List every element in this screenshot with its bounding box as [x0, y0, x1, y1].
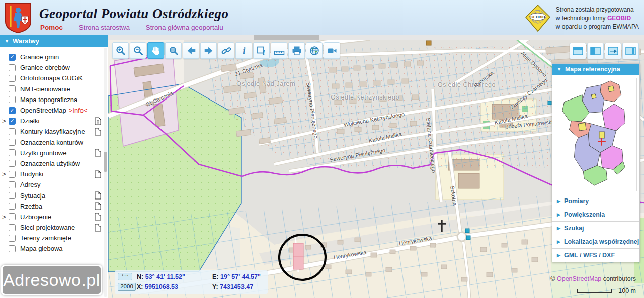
- layer-checkbox[interactable]: [9, 224, 16, 231]
- layer-checkbox[interactable]: ✓: [9, 118, 16, 125]
- scale-button[interactable]: 2000: [118, 283, 136, 291]
- layer-checkbox[interactable]: ✓: [9, 54, 16, 61]
- layer-row-oznaczenia-uzytkow: > Oznaczenia użytków: [0, 158, 108, 169]
- layer-label[interactable]: Działki: [20, 117, 39, 125]
- measure-button[interactable]: [271, 42, 287, 59]
- layer-checkbox[interactable]: [9, 75, 16, 82]
- layer-label[interactable]: Sytuacja: [20, 192, 45, 200]
- layer-doc-icon[interactable]: [95, 191, 101, 200]
- osm-info-link[interactable]: >Info<: [69, 107, 88, 114]
- sidebar-scrollbar[interactable]: [104, 48, 107, 297]
- layer-doc-icon[interactable]: [95, 224, 101, 232]
- layer-label[interactable]: Oznaczenia konturów: [20, 139, 83, 146]
- view-forward-button[interactable]: [200, 42, 217, 59]
- map-horizontal-scrollbar-thumb[interactable]: [254, 35, 319, 40]
- layer-checkbox[interactable]: [9, 149, 16, 156]
- layer-info-doc-icon[interactable]: [95, 117, 101, 125]
- link-pomoc[interactable]: Pomoc: [40, 24, 63, 31]
- collapse-triangle-icon: ▼: [5, 39, 9, 44]
- reference-map[interactable]: [555, 78, 637, 191]
- layers-panel-header[interactable]: ▼Warstwy: [0, 35, 108, 47]
- menu-item-pomiary[interactable]: ▶Pomiary: [552, 194, 639, 208]
- toggle-left-panel-button[interactable]: [587, 43, 604, 59]
- layer-label[interactable]: Mapa glebowa: [20, 245, 63, 252]
- object-info-button[interactable]: i: [253, 42, 270, 59]
- menu-item-lokalizacja[interactable]: ▶Lokalizacja współrzędnej: [552, 235, 639, 248]
- link-starostwo[interactable]: Strona starostwa: [79, 24, 130, 31]
- layer-label[interactable]: Granice obrębów: [20, 64, 70, 71]
- zoom-in-button[interactable]: [112, 42, 129, 59]
- pan-tool-button[interactable]: [147, 42, 164, 59]
- print-button[interactable]: [288, 42, 305, 59]
- layer-checkbox[interactable]: [9, 96, 16, 103]
- layer-checkbox[interactable]: [9, 64, 16, 71]
- left-panel-icon: [590, 47, 601, 55]
- osm-link[interactable]: OpenStreetMap: [557, 275, 601, 282]
- layer-row-tereny-zamkniete: > Tereny zamknięte: [0, 233, 108, 243]
- map-viewport[interactable]: 21 Stycznia 21 Stycznia Osiedle Nad Jare…: [108, 35, 644, 298]
- layer-checkbox[interactable]: [9, 235, 16, 242]
- layer-label[interactable]: Budynki: [20, 170, 43, 178]
- credit-geobid-link[interactable]: GEOBID: [607, 15, 631, 22]
- layer-doc-icon[interactable]: [95, 128, 101, 136]
- zoom-window-button[interactable]: [165, 42, 182, 59]
- toggle-top-panel-button[interactable]: [570, 43, 586, 59]
- layer-checkbox[interactable]: [9, 203, 16, 210]
- layer-label[interactable]: Oznaczenia użytków: [20, 160, 80, 167]
- layer-row-kontury: > Kontury klasyfikacyjne: [0, 126, 108, 137]
- map-scalebar: 100 m: [577, 287, 636, 294]
- layer-checkbox[interactable]: [9, 181, 16, 188]
- layer-doc-icon[interactable]: [95, 202, 101, 210]
- layer-label[interactable]: NMT-cieniowanie: [20, 85, 70, 93]
- layer-row-sytuacja: > Sytuacja: [0, 190, 108, 201]
- camera-button[interactable]: [324, 42, 340, 59]
- toggle-right-panel-button[interactable]: [622, 43, 639, 59]
- panel-toggle-buttons: [570, 43, 639, 59]
- layer-doc-icon[interactable]: [95, 170, 101, 178]
- link-button[interactable]: [218, 42, 234, 59]
- layer-checkbox[interactable]: [9, 171, 16, 178]
- layer-label[interactable]: Kontury klasyfikacyjne: [20, 128, 85, 135]
- expand-chevron-icon[interactable]: >: [2, 170, 9, 178]
- layer-label[interactable]: Uzbrojenie: [20, 213, 51, 221]
- expand-chevron-icon[interactable]: >: [2, 213, 9, 221]
- layer-checkbox[interactable]: [9, 213, 16, 220]
- layer-checkbox[interactable]: ✓: [9, 107, 16, 114]
- reference-panel-header[interactable]: ▼Mapa referencyjna: [552, 64, 639, 75]
- osm-attribution: © OpenStreetMap contributors: [550, 275, 636, 282]
- layer-label[interactable]: Mapa topograficzna: [20, 96, 77, 104]
- info-button[interactable]: i: [235, 42, 252, 59]
- menu-item-szukaj[interactable]: ▶Szukaj: [552, 221, 639, 235]
- link-geoportal-home[interactable]: Strona główna geoportalu: [146, 24, 223, 31]
- layer-checkbox[interactable]: [9, 192, 16, 199]
- layer-checkbox[interactable]: [9, 139, 16, 146]
- layer-doc-icon[interactable]: [95, 213, 101, 221]
- view-back-button[interactable]: [183, 42, 199, 59]
- layer-label[interactable]: Sieci projektowane: [20, 224, 75, 231]
- map-toolbar: i i: [112, 42, 340, 59]
- layer-label[interactable]: OpenStreetMap: [20, 107, 66, 114]
- map-horizontal-scrollbar[interactable]: [108, 35, 644, 40]
- layer-checkbox[interactable]: [9, 245, 16, 252]
- sidebar-scrollbar-thumb[interactable]: [104, 152, 107, 172]
- dms-toggle-button[interactable]: ° ' ": [118, 273, 132, 280]
- header-links: Pomoc Strona starostwa Strona główna geo…: [40, 24, 237, 31]
- layer-label[interactable]: Tereny zamknięte: [20, 234, 71, 242]
- layer-label[interactable]: Adresy: [20, 181, 40, 188]
- zoom-out-button[interactable]: [130, 42, 146, 59]
- layer-checkbox[interactable]: [9, 160, 16, 167]
- collapse-panel-button[interactable]: [605, 43, 621, 59]
- layer-label[interactable]: Granice gmin: [20, 53, 59, 61]
- globe-button[interactable]: [306, 42, 323, 59]
- layer-checkbox[interactable]: [9, 128, 16, 135]
- menu-item-gml-wfs-dxf[interactable]: ▶GML / WFS / DXF: [552, 248, 639, 262]
- layer-label[interactable]: Rzeźba: [20, 203, 42, 210]
- arrow-right-icon: ▶: [557, 198, 560, 204]
- expand-chevron-icon[interactable]: >: [2, 117, 9, 125]
- layer-doc-icon[interactable]: [95, 149, 101, 157]
- menu-item-powiekszenia[interactable]: ▶Powiększenia: [552, 208, 639, 221]
- layer-label[interactable]: Ortofotomapa GUGiK: [20, 74, 83, 82]
- layer-label[interactable]: Użytki gruntowe: [20, 149, 66, 157]
- panel-arrow-right-icon: [608, 47, 618, 55]
- layer-checkbox[interactable]: [9, 85, 16, 92]
